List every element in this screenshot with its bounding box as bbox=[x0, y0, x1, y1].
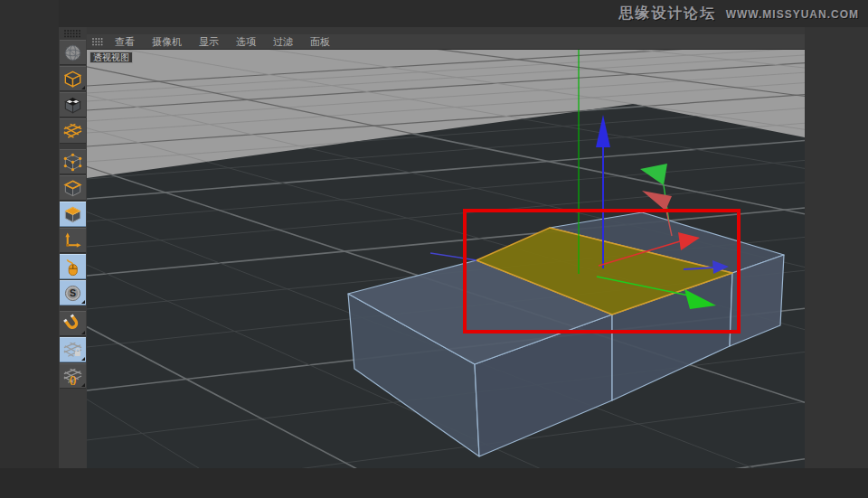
model-mode-icon bbox=[62, 69, 83, 89]
viewport-canvas[interactable] bbox=[87, 50, 805, 468]
watermark-site-url: WWW.MISSYUAN.COM bbox=[726, 8, 859, 21]
tool-magnet-snap-button[interactable] bbox=[60, 311, 86, 336]
menu-item-6[interactable]: 面板 bbox=[305, 34, 335, 50]
menu-item-2[interactable]: 摄像机 bbox=[146, 34, 187, 50]
window-right-band bbox=[805, 27, 868, 468]
watermark: 思缘设计论坛 WWW.MISSYUAN.COM bbox=[618, 5, 859, 23]
tool-axis-mode-button[interactable] bbox=[60, 228, 86, 253]
texture-mode-icon bbox=[62, 95, 83, 116]
workplane-grid-icon: () bbox=[62, 366, 83, 387]
perspective-viewport[interactable] bbox=[87, 50, 805, 468]
svg-text:S: S bbox=[70, 287, 76, 298]
watermark-site-name: 思缘设计论坛 bbox=[618, 5, 716, 21]
points-mode-icon bbox=[62, 152, 83, 173]
tool-points-mode-button[interactable] bbox=[60, 149, 86, 174]
tool-texture-mode-button[interactable] bbox=[60, 92, 86, 117]
tool-edges-mode-button[interactable] bbox=[60, 175, 86, 201]
toolbar-grip-icon[interactable] bbox=[63, 29, 83, 39]
axis-mode-icon bbox=[62, 230, 83, 251]
edges-mode-icon bbox=[62, 178, 83, 199]
svg-text:(): () bbox=[70, 374, 77, 385]
menubar-grip-icon[interactable] bbox=[91, 37, 106, 47]
tool-tweak-mode-button[interactable] bbox=[60, 254, 86, 279]
magnet-snap-icon bbox=[62, 314, 83, 334]
menu-item-5[interactable]: 过滤 bbox=[268, 34, 298, 50]
tool-polygons-mode-button[interactable] bbox=[60, 202, 86, 227]
mode-toolbar: S() bbox=[59, 27, 87, 468]
menu-item-4[interactable]: 选项 bbox=[231, 34, 261, 50]
screenshot-stage: 思缘设计论坛 WWW.MISSYUAN.COM 查看摄像机显示选项过滤面板 S(… bbox=[0, 0, 868, 498]
desktop-left-band bbox=[0, 0, 59, 498]
tweak-mode-icon bbox=[62, 257, 83, 277]
tool-lock-workplane-button[interactable] bbox=[60, 337, 86, 362]
tool-make-editable-button[interactable] bbox=[60, 40, 86, 65]
lock-workplane-icon bbox=[62, 340, 83, 361]
workplane-mode-icon bbox=[62, 121, 83, 142]
window-bottom-band bbox=[0, 468, 868, 498]
tool-workplane-mode-button[interactable] bbox=[60, 118, 86, 144]
menu-item-3[interactable]: 显示 bbox=[193, 34, 224, 50]
polygons-mode-icon bbox=[62, 204, 83, 225]
menu-item-1[interactable]: 查看 bbox=[109, 34, 140, 50]
viewport-name-label[interactable]: 透视视图 bbox=[90, 52, 133, 63]
snap-mode-icon: S bbox=[62, 283, 83, 304]
make-editable-icon bbox=[62, 42, 83, 63]
tool-snap-mode-button[interactable]: S bbox=[60, 280, 86, 305]
viewport-menubar: 查看摄像机显示选项过滤面板 bbox=[87, 34, 805, 50]
tool-model-mode-button[interactable] bbox=[60, 66, 86, 91]
tool-workplane-grid-button[interactable]: () bbox=[60, 363, 86, 389]
